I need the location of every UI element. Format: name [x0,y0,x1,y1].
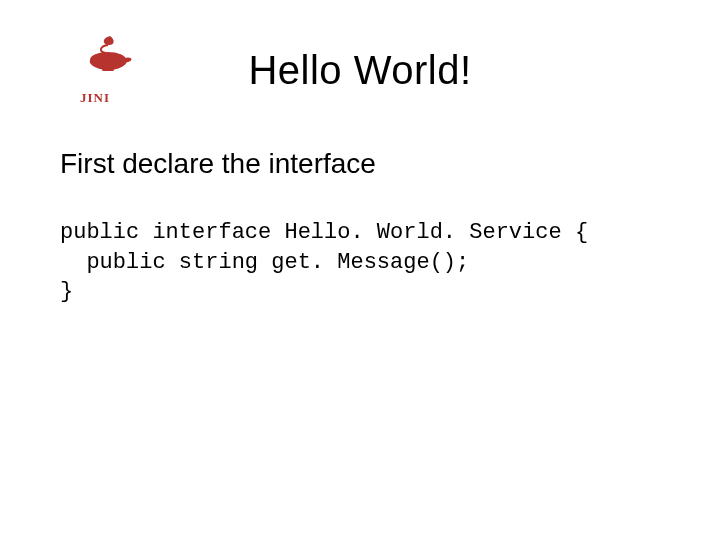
slide-subtitle: First declare the interface [60,148,376,180]
code-line-2: public string get. Message(); [60,250,469,275]
code-block: public interface Hello. World. Service {… [60,218,588,307]
code-line-1: public interface Hello. World. Service { [60,220,588,245]
code-line-3: } [60,279,73,304]
slide-title: Hello World! [0,48,720,93]
slide: JINI Hello World! First declare the inte… [0,0,720,540]
